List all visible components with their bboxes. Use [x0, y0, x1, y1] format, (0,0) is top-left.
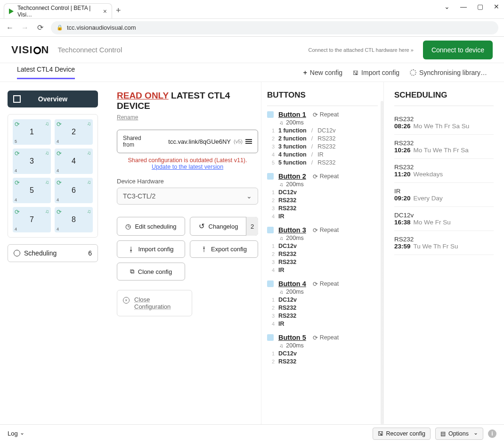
repeat-toggle[interactable]: Repeat	[313, 280, 339, 288]
reload-icon[interactable]: ⟳	[36, 23, 44, 32]
button-link[interactable]: Button 5	[278, 334, 306, 341]
schedule-item[interactable]: RS23211:20Weekdays	[394, 159, 494, 183]
function-row[interactable]: 2RS232	[267, 197, 378, 204]
update-link[interactable]: Update to the latest version	[117, 164, 258, 170]
changelog-button[interactable]: Changelog 2	[190, 217, 258, 236]
schedule-days: Weekdays	[414, 171, 443, 178]
close-configuration-button[interactable]: × CloseConfiguration	[117, 290, 192, 316]
url-input[interactable]: 🔒 tcc.visionaudiovisual.com	[51, 21, 498, 34]
browser-tab[interactable]: Techconnect Control | BETA | Visi… ×	[4, 3, 112, 18]
function-row[interactable]: 2RS232	[267, 358, 378, 365]
import-config-button[interactable]: Import config	[353, 69, 399, 76]
button-checkbox[interactable]	[267, 173, 274, 180]
rename-link[interactable]: Rename	[117, 114, 138, 121]
schedule-item[interactable]: RS23210:26Mo Tu We Th Fr Sa	[394, 135, 494, 159]
grid-button-7[interactable]: 74	[13, 207, 51, 232]
options-button[interactable]: Options	[435, 428, 483, 440]
new-tab-button[interactable]: +	[116, 6, 121, 16]
grid-number: 1	[30, 128, 34, 136]
schedule-days: Mo Tu We Th Fr Sa	[414, 147, 469, 154]
back-icon[interactable]: ←	[6, 24, 14, 32]
function-row[interactable]: 55 function/RS232	[267, 159, 378, 166]
button-checkbox[interactable]	[267, 334, 274, 341]
function-index: 4	[270, 321, 275, 327]
function-row[interactable]: 44 function/IR	[267, 151, 378, 158]
connect-to-device-button[interactable]: Connect to device	[423, 41, 493, 59]
export-config-action[interactable]: Export config	[190, 240, 258, 258]
function-row[interactable]: 1DC12v	[267, 297, 378, 303]
grid-count: 5	[15, 139, 17, 144]
active-config-tab[interactable]: Latest CTL4 Device	[17, 66, 75, 79]
function-row[interactable]: 3RS232	[267, 259, 378, 265]
repeat-toggle[interactable]: Repeat	[313, 334, 339, 341]
function-index: 3	[270, 259, 275, 265]
grid-button-6[interactable]: 64	[55, 178, 93, 203]
function-type: RS232	[317, 159, 335, 166]
function-row[interactable]: 3RS232	[267, 205, 378, 212]
button-checkbox[interactable]	[267, 227, 274, 233]
share-url[interactable]: tcc.vav.link/8qGUe6NY	[152, 138, 231, 145]
function-row[interactable]: 4IR	[267, 321, 378, 327]
function-row[interactable]: 3RS232	[267, 313, 378, 319]
sync-status: Synchronising library…	[410, 69, 487, 76]
new-config-button[interactable]: New config	[303, 69, 342, 76]
scheduling-button[interactable]: Scheduling 6	[8, 244, 98, 262]
share-menu-icon[interactable]	[245, 139, 252, 144]
grid-count: 4	[15, 198, 17, 202]
function-index: 3	[270, 206, 275, 211]
grid-button-2[interactable]: 24	[55, 119, 93, 145]
grid-button-4[interactable]: 44	[55, 148, 93, 174]
function-row[interactable]: 4IR	[267, 267, 378, 273]
button-checkbox[interactable]	[267, 280, 274, 287]
function-label: RS232	[278, 313, 296, 319]
grid-button-8[interactable]: 84	[55, 207, 93, 232]
chevron-down-icon[interactable]: ⌄	[444, 3, 450, 10]
function-row[interactable]: 11 function/DC12v	[267, 127, 378, 134]
window-controls: ⌄ — ▢ ✕	[444, 3, 499, 10]
recover-config-button[interactable]: Recover config	[373, 428, 431, 440]
clone-config-action[interactable]: Clone config	[117, 263, 185, 280]
function-row[interactable]: 2RS232	[267, 305, 378, 311]
function-row[interactable]: 4IR	[267, 213, 378, 220]
grid-button-5[interactable]: 54	[13, 178, 51, 203]
repeat-toggle[interactable]: Repeat	[313, 111, 339, 118]
button-link[interactable]: Button 1	[278, 111, 306, 118]
overview-button[interactable]: Overview	[8, 91, 98, 107]
import-config-action[interactable]: Import config	[117, 240, 185, 258]
schedule-days: Mo We Th Fr Sa Su	[414, 123, 470, 130]
grid-button-1[interactable]: 15	[13, 119, 51, 145]
hardware-select[interactable]: TC3-CTL/2 ⌄	[117, 188, 258, 205]
button-link[interactable]: Button 2	[278, 173, 306, 180]
schedule-type: DC12v	[394, 212, 494, 219]
schedule-item[interactable]: DC12v16:38Mo We Fr Su	[394, 207, 494, 231]
function-label: 1 function	[278, 127, 307, 134]
schedule-item[interactable]: IR09:20Every Day	[394, 183, 494, 207]
button-link[interactable]: Button 3	[278, 226, 306, 234]
schedule-item[interactable]: RS23223:59Tu We Th Fr Su	[394, 231, 494, 255]
button-checkbox[interactable]	[267, 111, 274, 118]
close-tab-icon[interactable]: ×	[103, 8, 107, 15]
repeat-toggle[interactable]: Repeat	[313, 173, 339, 180]
function-row[interactable]: 22 function/RS232	[267, 135, 378, 142]
schedule-item[interactable]: RS23208:26Mo We Th Fr Sa Su	[394, 111, 494, 135]
log-toggle[interactable]: Log	[8, 430, 24, 437]
function-row[interactable]: 1DC12v	[267, 189, 378, 196]
close-window-icon[interactable]: ✕	[494, 3, 499, 10]
maximize-icon[interactable]: ▢	[477, 3, 483, 10]
edit-scheduling-button[interactable]: Edit scheduling	[117, 217, 185, 236]
grid-number: 8	[72, 215, 76, 224]
minimize-icon[interactable]: —	[460, 3, 467, 10]
function-label: DC12v	[278, 350, 297, 357]
button-link[interactable]: Button 4	[278, 280, 306, 288]
loop-icon	[15, 179, 20, 186]
function-index: 3	[270, 313, 275, 319]
function-row[interactable]: 1DC12v	[267, 243, 378, 249]
grid-button-3[interactable]: 34	[13, 148, 51, 174]
grid-number: 2	[72, 128, 76, 136]
repeat-toggle[interactable]: Repeat	[313, 227, 339, 234]
function-row[interactable]: 1DC12v	[267, 350, 378, 357]
function-row[interactable]: 2RS232	[267, 251, 378, 257]
button-block: Button 3Repeat200ms1DC12v2RS2323RS2324IR	[267, 226, 378, 273]
function-row[interactable]: 33 function/RS232	[267, 143, 378, 150]
info-icon[interactable]: i	[488, 429, 496, 438]
